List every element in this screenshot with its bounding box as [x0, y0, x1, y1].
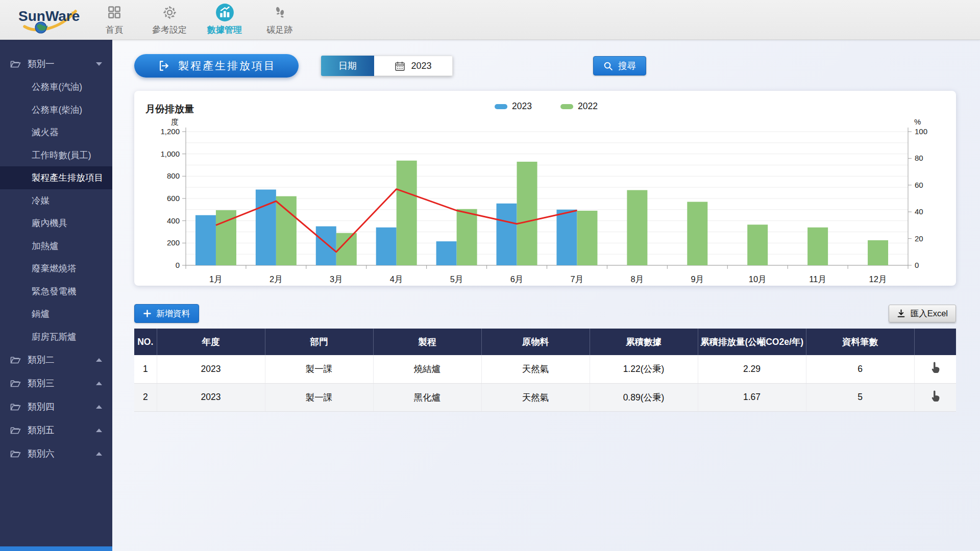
sidebar-item-廠內機具[interactable]: 廠內機具: [0, 212, 112, 235]
table-cell: 製一課: [265, 355, 373, 383]
emissions-chart: 02004006008001,0001,200020406080100度%1月2…: [142, 118, 949, 287]
sidebar-item-鍋爐[interactable]: 鍋爐: [0, 303, 112, 325]
table-header: NO.年度部門製程原物料累積數據累積排放量(公噸CO2e/年)資料筆數: [134, 329, 956, 355]
controls-row: 製程產生排放項目 日期 2023: [134, 54, 956, 78]
table-cell-actions: [914, 383, 956, 411]
svg-text:100: 100: [915, 127, 927, 136]
table-cell: 2: [134, 383, 157, 411]
svg-text:60: 60: [915, 181, 923, 189]
table-cell: 0.89(公秉): [590, 383, 698, 411]
sidebar-group-類別三[interactable]: 類別三: [0, 371, 112, 395]
svg-text:400: 400: [167, 216, 180, 225]
nav-item-參考設定[interactable]: 參考設定: [151, 0, 188, 40]
row-action-button[interactable]: [929, 361, 941, 374]
sidebar-item-工作時數(員工)[interactable]: 工作時數(員工): [0, 144, 112, 167]
nav-item-label: 數據管理: [207, 24, 242, 36]
sidebar-item-緊急發電機[interactable]: 緊急發電機: [0, 280, 112, 303]
table-cell: 2.29: [698, 355, 806, 383]
brand-logo[interactable]: SunWare: [15, 4, 97, 36]
svg-text:%: %: [914, 118, 921, 126]
table-toolbar: 新增資料 匯入Excel: [134, 304, 956, 323]
svg-text:600: 600: [167, 194, 180, 203]
sidebar-group-label: 類別二: [28, 354, 55, 366]
nav-item-碳足跡[interactable]: 碳足跡: [261, 0, 298, 40]
table-cell: 天然氣: [481, 383, 590, 411]
svg-text:2月: 2月: [270, 274, 283, 284]
table-cell-actions: [914, 355, 956, 383]
sidebar-scrollbar[interactable]: [0, 546, 112, 551]
legend-item-2022[interactable]: 2022: [560, 101, 598, 112]
sidebar-item-滅火器[interactable]: 滅火器: [0, 121, 112, 144]
hand-pointer-icon: [929, 361, 941, 374]
svg-text:80: 80: [915, 154, 923, 162]
legend-label: 2023: [512, 101, 532, 112]
legend-item-2023[interactable]: 2023: [495, 101, 532, 112]
calendar-icon: [395, 61, 405, 71]
sidebar: 類別一公務車(汽油)公務車(柴油)滅火器工作時數(員工)製程產生排放項目冷媒廠內…: [0, 40, 112, 551]
table-cell: 製一課: [265, 383, 373, 411]
sidebar-item-冷媒[interactable]: 冷媒: [0, 189, 112, 212]
sidebar-item-加熱爐[interactable]: 加熱爐: [0, 235, 112, 258]
page-title-button[interactable]: 製程產生排放項目: [134, 54, 299, 78]
column-header-部門: 部門: [265, 329, 373, 355]
hand-pointer-icon: [929, 390, 941, 403]
chevron-down-icon: [96, 62, 102, 66]
chart-header: 月份排放量 20232022: [142, 100, 950, 118]
chart-title: 月份排放量: [145, 103, 194, 116]
sidebar-item-公務車(汽油)[interactable]: 公務車(汽油): [0, 76, 112, 98]
sidebar-item-公務車(柴油)[interactable]: 公務車(柴油): [0, 98, 112, 121]
svg-text:8月: 8月: [631, 274, 644, 284]
add-data-button[interactable]: 新增資料: [134, 304, 199, 323]
sidebar-group-類別六[interactable]: 類別六: [0, 442, 112, 465]
table-cell: 2023: [157, 355, 265, 383]
table-cell: 黑化爐: [373, 383, 481, 411]
table-cell: 6: [806, 355, 914, 383]
year-select[interactable]: 2023: [374, 56, 453, 76]
svg-text:度: 度: [171, 118, 179, 126]
gear-icon: [162, 2, 178, 22]
nav-item-label: 參考設定: [152, 24, 187, 36]
nav-item-首頁[interactable]: 首頁: [96, 0, 133, 40]
sidebar-group-類別一[interactable]: 類別一: [0, 52, 112, 76]
row-action-button[interactable]: [929, 390, 941, 403]
svg-text:5月: 5月: [450, 274, 463, 284]
page-title-label: 製程產生排放項目: [178, 59, 276, 73]
sidebar-group-類別二[interactable]: 類別二: [0, 348, 112, 371]
column-header-資料筆數: 資料筆數: [806, 329, 914, 355]
legend-label: 2022: [578, 101, 598, 112]
table-section: 新增資料 匯入Excel NO.年度部門製程原物料累積數據累積排放量(公噸CO2…: [134, 304, 956, 412]
svg-text:3月: 3月: [330, 274, 343, 284]
legend-swatch: [560, 104, 573, 109]
date-segment[interactable]: 日期: [321, 56, 374, 76]
sidebar-item-廢棄燃燒塔[interactable]: 廢棄燃燒塔: [0, 257, 112, 280]
table-cell: 2023: [157, 383, 265, 411]
app-window: SunWare 首頁參考設定數據管理碳足跡 類別一公務車(汽油)公務車(柴油)滅…: [0, 0, 980, 551]
sidebar-group-label: 類別一: [28, 58, 55, 70]
search-button[interactable]: 搜尋: [593, 56, 646, 76]
svg-text:200: 200: [167, 238, 180, 247]
table-row: 22023製一課黑化爐天然氣0.89(公秉)1.675: [134, 383, 956, 411]
sidebar-group-label: 類別四: [28, 400, 55, 413]
sidebar-item-製程產生排放項目[interactable]: 製程產生排放項目: [0, 166, 112, 189]
sidebar-group-label: 類別五: [28, 424, 55, 436]
data-table: NO.年度部門製程原物料累積數據累積排放量(公噸CO2e/年)資料筆數 1202…: [134, 329, 956, 412]
topnav: SunWare 首頁參考設定數據管理碳足跡: [0, 0, 980, 40]
plus-icon: [143, 310, 151, 317]
svg-text:9月: 9月: [691, 274, 704, 284]
sidebar-group-label: 類別三: [28, 377, 55, 389]
chart-legend: 20232022: [495, 101, 598, 112]
sidebar-item-廚房瓦斯爐[interactable]: 廚房瓦斯爐: [0, 325, 112, 348]
nav-item-label: 碳足跡: [267, 24, 293, 36]
sidebar-group-label: 類別六: [28, 447, 55, 460]
folder-icon: [10, 356, 21, 364]
nav-item-數據管理[interactable]: 數據管理: [206, 0, 243, 40]
import-excel-button[interactable]: 匯入Excel: [889, 305, 956, 322]
svg-text:4月: 4月: [390, 274, 403, 284]
topnav-items: 首頁參考設定數據管理碳足跡: [96, 0, 298, 40]
chevron-up-icon: [96, 382, 102, 385]
sidebar-group-類別四[interactable]: 類別四: [0, 395, 112, 418]
svg-text:1,000: 1,000: [160, 149, 180, 158]
column-header-NO.: NO.: [134, 329, 157, 355]
sidebar-group-類別五[interactable]: 類別五: [0, 418, 112, 442]
footprint-icon: [273, 2, 287, 22]
